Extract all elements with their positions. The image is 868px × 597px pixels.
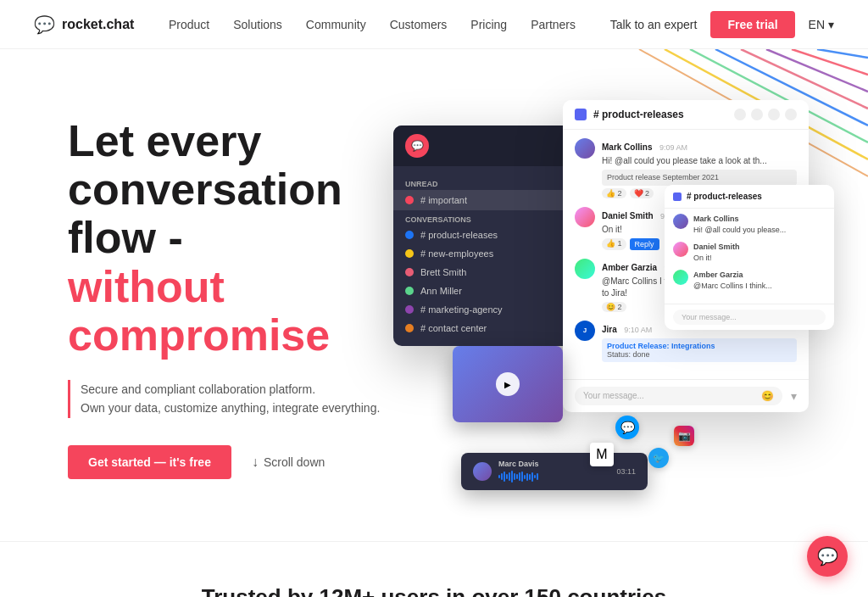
chevron-down-icon[interactable]: ▾ xyxy=(791,389,797,403)
hero-section: Let every conversation flow - without co… xyxy=(0,49,868,541)
play-button-icon[interactable]: ▶ xyxy=(496,372,520,396)
nav-solutions[interactable]: Solutions xyxy=(233,18,282,31)
svg-line-5 xyxy=(792,49,868,75)
chat-input-bar: Your message... 😊 ▾ xyxy=(563,379,809,412)
avatar xyxy=(575,138,595,159)
avatar xyxy=(575,259,595,279)
nav-pricing[interactable]: Pricing xyxy=(470,18,507,31)
mini-avatar xyxy=(673,270,688,285)
chat-header: # product-releases xyxy=(563,100,809,130)
hero-subtitle: Secure and compliant collaboration platf… xyxy=(68,380,393,418)
audio-avatar xyxy=(473,462,492,481)
mini-avatar xyxy=(673,214,688,229)
trusted-section: Trusted by 12M+ users in over 150 countr… xyxy=(0,541,868,597)
jira-avatar: J xyxy=(575,321,595,341)
instagram-icon: 📷 xyxy=(674,426,694,446)
reply-button[interactable]: Reply xyxy=(630,238,659,250)
logo-text: rocket.chat xyxy=(62,17,134,32)
sidebar-logo-icon: 💬 xyxy=(405,134,429,158)
chat-action-btn[interactable] xyxy=(734,109,746,120)
emoji-icon[interactable]: 😊 xyxy=(761,390,774,402)
nav-community[interactable]: Community xyxy=(306,18,366,31)
navigation: 💬 rocket.chat Product Solutions Communit… xyxy=(0,0,868,49)
nav-links: Product Solutions Community Customers Pr… xyxy=(169,18,576,31)
chat-action-btn4[interactable] xyxy=(785,109,797,120)
language-selector[interactable]: EN ▾ xyxy=(809,18,834,31)
logo-icon: 💬 xyxy=(34,14,55,35)
audio-waveform xyxy=(498,470,609,483)
chat-fab-icon: 💬 xyxy=(817,546,838,566)
hero-title: Let every conversation flow - without co… xyxy=(68,117,393,360)
nav-product[interactable]: Product xyxy=(169,18,209,31)
nav-partners[interactable]: Partners xyxy=(531,18,576,31)
get-started-button[interactable]: Get started — it's free xyxy=(68,445,231,479)
nav-right: Talk to an expert Free trial EN ▾ xyxy=(610,11,834,38)
hero-content: Let every conversation flow - without co… xyxy=(68,100,393,479)
chat-action-btn2[interactable] xyxy=(751,109,763,120)
important-dot xyxy=(405,196,414,204)
mini-chat-mockup: # product-releases Mark Collins Hi! @all… xyxy=(665,185,834,330)
gmail-icon: M xyxy=(590,443,614,466)
messenger-icon: 💬 xyxy=(615,416,639,439)
mini-input-field[interactable]: Your message... xyxy=(673,310,826,325)
chat-fab-button[interactable]: 💬 xyxy=(807,536,848,577)
channel-icon xyxy=(575,109,587,120)
logo-link[interactable]: 💬 rocket.chat xyxy=(34,14,134,35)
hero-mockups: 💬 + Unread # important 1 Conversations #… xyxy=(393,100,834,507)
video-thumbnail[interactable]: ▶ xyxy=(453,346,563,422)
scroll-down-button[interactable]: ↓ Scroll down xyxy=(252,455,325,470)
nav-customers[interactable]: Customers xyxy=(390,18,448,31)
twitter-icon: 🐦 xyxy=(648,448,669,468)
free-trial-button[interactable]: Free trial xyxy=(710,11,794,38)
mini-messages: Mark Collins Hi! @all could you please..… xyxy=(665,209,834,304)
audio-message: Marc Davis xyxy=(461,453,648,490)
hero-actions: Get started — it's free ↓ Scroll down xyxy=(68,445,393,479)
avatar xyxy=(575,207,595,227)
talk-to-expert-link[interactable]: Talk to an expert xyxy=(610,18,698,31)
mini-avatar xyxy=(673,242,688,257)
mini-input-bar: Your message... xyxy=(665,304,834,330)
svg-line-6 xyxy=(817,49,868,58)
scroll-arrow-icon: ↓ xyxy=(252,455,259,470)
chat-action-btn3[interactable] xyxy=(768,109,780,120)
mini-header: # product-releases xyxy=(665,185,834,209)
trusted-headline: Trusted by 12M+ users in over 150 countr… xyxy=(34,584,834,597)
